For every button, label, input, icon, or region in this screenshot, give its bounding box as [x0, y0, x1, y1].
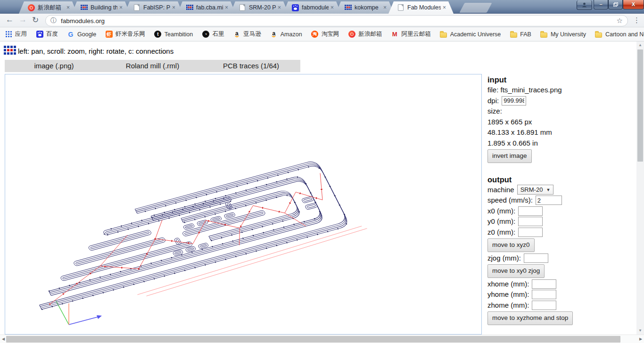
vertical-scrollbar[interactable]: ▲ ▼	[636, 41, 644, 335]
invert-image-button[interactable]: invert image	[487, 149, 532, 163]
move-to-xy0-zjog-button[interactable]: move to xy0 zjog	[487, 264, 545, 278]
y0-input[interactable]	[518, 217, 543, 226]
amazon-icon: a	[270, 31, 278, 38]
baidu-paw-icon	[36, 31, 43, 38]
bookmark-xiami[interactable]: 虾 虾米音乐网	[105, 30, 145, 38]
yhome-input[interactable]	[532, 290, 556, 299]
z0-label: z0 (mm):	[487, 227, 515, 238]
speed-input[interactable]	[536, 196, 562, 205]
horizontal-scrollbar-thumb[interactable]	[6, 336, 620, 343]
tab-close-icon[interactable]: ×	[172, 4, 175, 11]
bookmark-shili[interactable]: ◔ 石里	[202, 30, 224, 38]
maximize-button[interactable]	[608, 0, 623, 9]
bookmark-amazon-cn[interactable]: a 亚马逊	[233, 30, 261, 38]
scroll-down-icon[interactable]: ▼	[636, 327, 644, 335]
xhome-input[interactable]	[532, 279, 556, 289]
bookmark-label: 阿里云邮箱	[401, 30, 431, 38]
url-text[interactable]: fabmodules.org	[61, 17, 617, 24]
reload-button[interactable]: ↻	[32, 15, 39, 25]
bookmark-folder-cartoon[interactable]: Cartoon and Novel	[595, 31, 644, 38]
tab-close-icon[interactable]: ×	[443, 4, 446, 11]
x0-input[interactable]	[518, 206, 543, 216]
bookmark-label: 百度	[46, 30, 58, 38]
close-window-button[interactable]: X	[623, 0, 644, 9]
browser-tab-fabmodules[interactable]: fabmodules_亘 ×	[283, 1, 341, 14]
document-icon	[133, 4, 140, 11]
folder-icon	[595, 31, 603, 38]
browser-tab-fabisp[interactable]: FabISP: Progra ×	[124, 1, 183, 14]
browser-tab-kokompe[interactable]: kokompe ×	[336, 1, 394, 14]
browser-tab-building[interactable]: Building the Fa ×	[72, 1, 130, 14]
bookmark-label: 亚马逊	[243, 30, 261, 38]
toolpath-canvas[interactable]	[5, 74, 482, 335]
tab-close-icon[interactable]: ×	[330, 4, 334, 11]
bookmark-taobao[interactable]: 淘 淘宝网	[311, 30, 339, 38]
z0-input[interactable]	[518, 228, 543, 237]
chrome-menu-icon[interactable]: ⋮	[633, 16, 640, 24]
tab-close-icon[interactable]: ×	[383, 4, 387, 11]
browser-tab-fab-cba[interactable]: fab.cba.mit.ed ×	[177, 1, 236, 14]
tab-label: kokompe	[355, 4, 381, 11]
tab-close-icon[interactable]: ×	[278, 4, 281, 11]
size-label: size:	[487, 106, 629, 117]
tab-pcb-traces[interactable]: PCB traces (1/64)	[202, 60, 300, 72]
bookmark-folder-academic[interactable]: Academic Universe	[440, 31, 501, 38]
bookmark-teambition[interactable]: t Teambition	[154, 31, 193, 38]
bookmark-label: Academic Universe	[450, 31, 501, 38]
zhome-input[interactable]	[532, 301, 556, 310]
scroll-up-icon[interactable]: ▲	[636, 41, 644, 49]
sina-mail-icon	[348, 31, 355, 38]
bookmark-label: 应用	[15, 30, 27, 38]
axis-indicator	[56, 301, 102, 325]
tab-label: 新浪邮箱	[38, 4, 65, 12]
scroll-right-icon[interactable]: ▶	[637, 335, 644, 343]
machine-label: machine	[487, 185, 514, 196]
browser-tab-srm20[interactable]: SRM-20 PCBs ×	[230, 1, 289, 14]
bookmark-label: 石里	[212, 30, 224, 38]
bookmark-google[interactable]: G Google	[67, 31, 96, 38]
new-tab-button[interactable]	[459, 3, 492, 13]
taobao-icon: 淘	[311, 31, 319, 38]
bookmark-amazon[interactable]: a Amazon	[270, 31, 302, 38]
apps-grid-icon	[5, 31, 12, 38]
forward-button[interactable]: →	[19, 15, 27, 24]
browser-tab-sina-mail[interactable]: 新浪邮箱 ×	[19, 1, 77, 14]
zjog-input[interactable]	[524, 253, 548, 263]
move-to-xyz0-button[interactable]: move to xyz0	[487, 238, 535, 252]
bookmark-sina-mail[interactable]: 新浪邮箱	[348, 30, 382, 38]
bookmark-aliyun-mail[interactable]: M 阿里云邮箱	[391, 30, 431, 38]
bookmark-label: 淘宝网	[322, 30, 339, 38]
tab-close-icon[interactable]: ×	[119, 4, 123, 11]
bookmark-label: Google	[77, 31, 96, 38]
bookmark-star-icon[interactable]: ☆	[617, 16, 623, 25]
dpi-input[interactable]	[502, 96, 526, 106]
folder-icon	[540, 31, 548, 38]
profile-button[interactable]	[577, 0, 592, 10]
bookmark-folder-university[interactable]: My University	[540, 31, 586, 38]
tab-close-icon[interactable]: ×	[225, 4, 228, 11]
machine-select[interactable]: SRM-20 ▼	[517, 185, 554, 195]
browser-tab-fab-modules-active[interactable]: Fab Modules ×	[388, 1, 454, 14]
machine-selected-value: SRM-20	[520, 185, 543, 196]
tab-roland-mill-rml[interactable]: Roland mill (.rml)	[103, 60, 202, 72]
minimize-button[interactable]: –	[594, 0, 608, 9]
page-info-icon[interactable]: ⓘ	[50, 16, 57, 25]
bookmark-apps[interactable]: 应用	[5, 30, 27, 38]
move-to-xyzhome-and-stop-button[interactable]: move to xyzhome and stop	[487, 311, 573, 325]
vertical-scrollbar-thumb[interactable]	[637, 49, 643, 162]
bookmarks-bar: 应用 百度 G Google 虾 虾米音乐网 t Teambition ◔ 石里…	[0, 27, 644, 41]
back-button[interactable]: ←	[6, 15, 14, 24]
bookmark-folder-fab[interactable]: FAB	[510, 31, 531, 38]
tab-label: FabISP: Progra	[143, 4, 170, 11]
tab-close-icon[interactable]: ×	[66, 4, 70, 11]
bookmark-baidu[interactable]: 百度	[36, 30, 58, 38]
tab-label: fabmodules_亘	[302, 4, 329, 12]
paw-icon	[291, 4, 299, 11]
browser-toolbar: ← → ↻ ⓘ fabmodules.org ☆ ⋮	[0, 14, 644, 27]
address-bar[interactable]: ⓘ fabmodules.org ☆	[45, 15, 628, 26]
horizontal-scrollbar[interactable]: ◀ ▶	[0, 335, 644, 343]
scroll-left-icon[interactable]: ◀	[0, 335, 7, 343]
fab-grid-icon	[344, 4, 352, 11]
tab-image-png[interactable]: image (.png)	[5, 60, 103, 72]
amazon-icon: a	[233, 31, 240, 38]
